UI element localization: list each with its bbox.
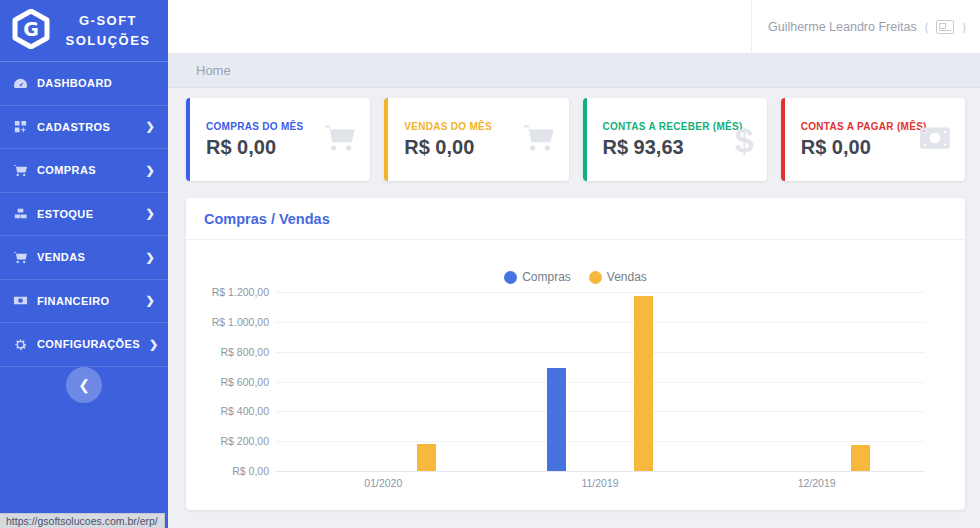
speedometer-icon bbox=[13, 76, 28, 91]
chart-legend: ComprasVendas bbox=[186, 270, 965, 284]
x-axis-tick-label: 11/2019 bbox=[555, 477, 645, 489]
sidebar-item-label: CADASTROS bbox=[37, 121, 110, 133]
gridline bbox=[275, 292, 925, 293]
y-axis-tick-label: R$ 800,00 bbox=[189, 346, 269, 358]
sidebar: G G-SOFTSOLUÇÕES DASHBOARD CADASTROS ❯ C… bbox=[0, 0, 168, 528]
chart-title: Compras / Vendas bbox=[186, 198, 965, 240]
chart-card: Compras / Vendas ComprasVendas R$ 0,00R$… bbox=[186, 198, 965, 510]
y-axis-tick-label: R$ 600,00 bbox=[189, 376, 269, 388]
chevron-right-icon: ❯ bbox=[145, 207, 155, 220]
gridline bbox=[275, 352, 925, 353]
cubes-icon bbox=[13, 206, 28, 221]
cart-icon bbox=[323, 121, 357, 159]
gear-icon bbox=[13, 337, 28, 352]
chevron-right-icon: ❯ bbox=[145, 294, 155, 307]
sidebar-item-cadastros[interactable]: CADASTROS ❯ bbox=[0, 106, 168, 150]
gridline bbox=[275, 411, 925, 412]
decorative-mark: ) bbox=[962, 21, 966, 33]
legend-item-vendas[interactable]: Vendas bbox=[589, 270, 647, 284]
sidebar-item-dashboard[interactable]: DASHBOARD bbox=[0, 62, 168, 106]
x-axis-tick-label: 01/2020 bbox=[338, 477, 428, 489]
sidebar-item-compras[interactable]: COMPRAS ❯ bbox=[0, 149, 168, 193]
sidebar-menu: DASHBOARD CADASTROS ❯ COMPRAS ❯ ESTOQUE … bbox=[0, 61, 168, 367]
y-axis-tick-label: R$ 1.000,00 bbox=[189, 316, 269, 328]
bar-vendas-12/2019 bbox=[851, 445, 870, 471]
legend-dot bbox=[589, 271, 602, 284]
user-name: Guilherme Leandro Freitas bbox=[768, 20, 917, 34]
y-axis-tick-label: R$ 1.200,00 bbox=[189, 286, 269, 298]
registration-icon bbox=[13, 119, 28, 134]
sidebar-item-financeiro[interactable]: FINANCEIRO ❯ bbox=[0, 280, 168, 324]
sidebar-item-label: VENDAS bbox=[37, 251, 85, 263]
sidebar-item-label: FINANCEIRO bbox=[37, 295, 109, 307]
sidebar-item-label: DASHBOARD bbox=[37, 77, 112, 89]
card-contas-a-receber[interactable]: CONTAS A RECEBER (MÊS) R$ 93,63 $ bbox=[583, 98, 767, 181]
gridline bbox=[275, 382, 925, 383]
card-value: R$ 93,63 bbox=[603, 136, 751, 159]
sidebar-item-vendas[interactable]: VENDAS ❯ bbox=[0, 236, 168, 280]
y-axis-tick-label: R$ 400,00 bbox=[189, 405, 269, 417]
legend-dot bbox=[504, 271, 517, 284]
brand[interactable]: G G-SOFTSOLUÇÕES bbox=[0, 0, 168, 61]
card-label: CONTAS A RECEBER (MÊS) bbox=[603, 121, 751, 132]
gridline bbox=[275, 322, 925, 323]
sidebar-item-estoque[interactable]: ESTOQUE ❯ bbox=[0, 193, 168, 237]
decorative-mark: ( bbox=[925, 21, 929, 33]
user-avatar-broken-icon bbox=[936, 20, 954, 34]
bar-vendas-11/2019 bbox=[634, 296, 653, 471]
gridline bbox=[275, 471, 925, 472]
chevron-right-icon: ❯ bbox=[149, 338, 159, 351]
chevron-right-icon: ❯ bbox=[145, 120, 155, 133]
sidebar-item-configuracoes[interactable]: CONFIGURAÇÕES ❯ bbox=[0, 323, 168, 367]
y-axis-tick-label: R$ 200,00 bbox=[189, 435, 269, 447]
sidebar-item-label: COMPRAS bbox=[37, 164, 96, 176]
chevron-right-icon: ❯ bbox=[145, 164, 155, 177]
user-menu[interactable]: Guilherme Leandro Freitas ( ) bbox=[751, 0, 966, 53]
chevron-right-icon: ❯ bbox=[145, 251, 155, 264]
gsoft-logo-icon: G bbox=[12, 9, 50, 53]
stat-cards-row: COMPRAS DO MÊS R$ 0,00 VENDAS DO MÊS R$ … bbox=[186, 98, 965, 181]
chart-body: ComprasVendas R$ 0,00R$ 200,00R$ 400,00R… bbox=[186, 240, 965, 507]
bar-compras-11/2019 bbox=[547, 368, 566, 471]
card-compras-do-mes[interactable]: COMPRAS DO MÊS R$ 0,00 bbox=[186, 98, 370, 181]
browser-status-bar: https://gsoftsolucoes.com.br/erp/ bbox=[0, 513, 165, 528]
sidebar-collapse-button[interactable]: ❮ bbox=[66, 367, 102, 403]
legend-label: Vendas bbox=[607, 270, 647, 284]
cart-icon bbox=[522, 121, 556, 159]
sidebar-item-label: ESTOQUE bbox=[37, 208, 93, 220]
chart-plot: R$ 0,00R$ 200,00R$ 400,00R$ 600,00R$ 800… bbox=[275, 292, 925, 471]
dollar-icon: $ bbox=[735, 123, 754, 157]
legend-item-compras[interactable]: Compras bbox=[504, 270, 571, 284]
status-url: https://gsoftsolucoes.com.br/erp/ bbox=[6, 515, 158, 527]
breadcrumb: Home bbox=[168, 54, 980, 88]
brand-name: G-SOFTSOLUÇÕES bbox=[60, 11, 156, 51]
bar-vendas-01/2020 bbox=[417, 444, 436, 471]
card-contas-a-pagar[interactable]: CONTAS A PAGAR (MÊS) R$ 0,00 bbox=[781, 98, 965, 181]
card-vendas-do-mes[interactable]: VENDAS DO MÊS R$ 0,00 bbox=[384, 98, 568, 181]
chevron-left-icon: ❮ bbox=[78, 377, 90, 393]
breadcrumb-home-link[interactable]: Home bbox=[196, 63, 231, 78]
legend-label: Compras bbox=[522, 270, 571, 284]
money-icon bbox=[13, 293, 28, 308]
sidebar-item-label: CONFIGURAÇÕES bbox=[37, 338, 140, 350]
topbar: Guilherme Leandro Freitas ( ) bbox=[168, 0, 980, 54]
svg-text:G: G bbox=[23, 18, 39, 40]
gridline bbox=[275, 441, 925, 442]
x-axis-tick-label: 12/2019 bbox=[772, 477, 862, 489]
cart-icon bbox=[13, 163, 28, 178]
cart-icon bbox=[13, 250, 28, 265]
money-bill-icon bbox=[918, 121, 952, 159]
y-axis-tick-label: R$ 0,00 bbox=[189, 465, 269, 477]
